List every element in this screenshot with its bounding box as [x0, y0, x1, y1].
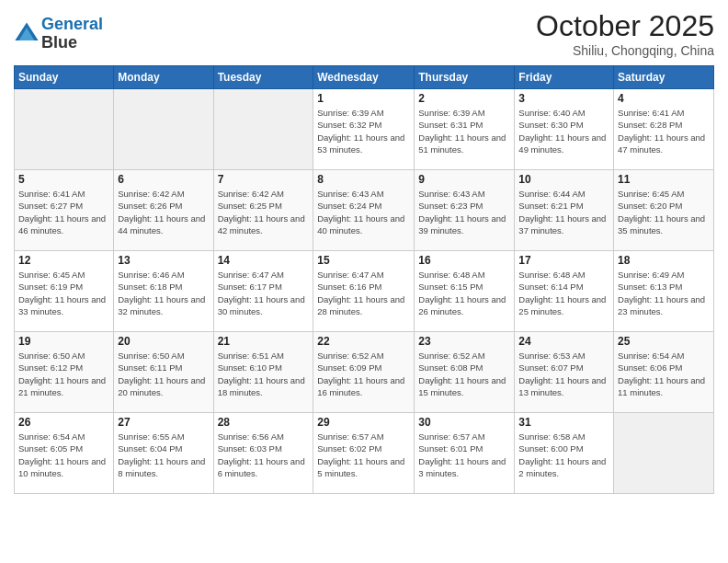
calendar: SundayMondayTuesdayWednesdayThursdayFrid…	[14, 65, 714, 494]
day-info: Sunrise: 6:53 AM Sunset: 6:07 PM Dayligh…	[518, 350, 609, 398]
day-info: Sunrise: 6:44 AM Sunset: 6:21 PM Dayligh…	[518, 188, 609, 236]
day-cell: 3Sunrise: 6:40 AM Sunset: 6:30 PM Daylig…	[515, 89, 614, 170]
day-cell: 11Sunrise: 6:45 AM Sunset: 6:20 PM Dayli…	[614, 170, 714, 251]
day-number: 29	[317, 416, 410, 429]
day-cell: 5Sunrise: 6:41 AM Sunset: 6:27 PM Daylig…	[15, 170, 114, 251]
day-number: 31	[518, 416, 609, 429]
weekday-header-row: SundayMondayTuesdayWednesdayThursdayFrid…	[15, 66, 714, 89]
day-cell: 31Sunrise: 6:58 AM Sunset: 6:00 PM Dayli…	[515, 413, 614, 494]
day-number: 17	[518, 254, 609, 267]
day-info: Sunrise: 6:50 AM Sunset: 6:12 PM Dayligh…	[18, 350, 109, 398]
day-number: 16	[418, 254, 510, 267]
day-number: 12	[18, 254, 109, 267]
day-cell: 24Sunrise: 6:53 AM Sunset: 6:07 PM Dayli…	[515, 332, 614, 413]
month-title: October 2025	[536, 9, 714, 43]
location: Shiliu, Chongqing, China	[536, 43, 714, 58]
day-number: 13	[118, 254, 209, 267]
day-cell: 1Sunrise: 6:39 AM Sunset: 6:32 PM Daylig…	[313, 89, 415, 170]
day-cell: 12Sunrise: 6:45 AM Sunset: 6:19 PM Dayli…	[15, 251, 114, 332]
week-row-3: 19Sunrise: 6:50 AM Sunset: 6:12 PM Dayli…	[15, 332, 714, 413]
day-info: Sunrise: 6:52 AM Sunset: 6:08 PM Dayligh…	[418, 350, 510, 398]
weekday-header-monday: Monday	[114, 66, 213, 89]
day-info: Sunrise: 6:45 AM Sunset: 6:19 PM Dayligh…	[18, 269, 109, 317]
day-info: Sunrise: 6:39 AM Sunset: 6:32 PM Dayligh…	[317, 107, 410, 155]
week-row-2: 12Sunrise: 6:45 AM Sunset: 6:19 PM Dayli…	[15, 251, 714, 332]
weekday-header-saturday: Saturday	[614, 66, 714, 89]
day-number: 21	[218, 335, 310, 348]
day-cell: 8Sunrise: 6:43 AM Sunset: 6:24 PM Daylig…	[313, 170, 415, 251]
day-cell: 22Sunrise: 6:52 AM Sunset: 6:09 PM Dayli…	[313, 332, 415, 413]
day-info: Sunrise: 6:50 AM Sunset: 6:11 PM Dayligh…	[118, 350, 209, 398]
day-number: 14	[218, 254, 310, 267]
day-number: 23	[418, 335, 510, 348]
day-number: 25	[618, 335, 710, 348]
logo-line2: Blue	[41, 34, 103, 52]
day-info: Sunrise: 6:54 AM Sunset: 6:05 PM Dayligh…	[18, 431, 109, 479]
day-info: Sunrise: 6:41 AM Sunset: 6:27 PM Dayligh…	[18, 188, 109, 236]
day-cell: 21Sunrise: 6:51 AM Sunset: 6:10 PM Dayli…	[213, 332, 313, 413]
day-number: 28	[218, 416, 310, 429]
day-cell: 4Sunrise: 6:41 AM Sunset: 6:28 PM Daylig…	[614, 89, 714, 170]
day-cell: 27Sunrise: 6:55 AM Sunset: 6:04 PM Dayli…	[114, 413, 213, 494]
day-info: Sunrise: 6:51 AM Sunset: 6:10 PM Dayligh…	[218, 350, 310, 398]
day-cell	[15, 89, 114, 170]
logo-icon	[14, 21, 40, 47]
day-info: Sunrise: 6:41 AM Sunset: 6:28 PM Dayligh…	[618, 107, 710, 155]
day-number: 10	[518, 173, 609, 186]
logo: General Blue	[14, 16, 103, 52]
day-number: 3	[518, 92, 609, 105]
day-cell: 23Sunrise: 6:52 AM Sunset: 6:08 PM Dayli…	[415, 332, 515, 413]
logo-text: General Blue	[41, 16, 103, 52]
day-cell: 15Sunrise: 6:47 AM Sunset: 6:16 PM Dayli…	[313, 251, 415, 332]
day-cell: 28Sunrise: 6:56 AM Sunset: 6:03 PM Dayli…	[213, 413, 313, 494]
day-info: Sunrise: 6:45 AM Sunset: 6:20 PM Dayligh…	[618, 188, 710, 236]
day-cell: 2Sunrise: 6:39 AM Sunset: 6:31 PM Daylig…	[415, 89, 515, 170]
weekday-header-sunday: Sunday	[15, 66, 114, 89]
day-info: Sunrise: 6:47 AM Sunset: 6:17 PM Dayligh…	[218, 269, 310, 317]
day-cell: 19Sunrise: 6:50 AM Sunset: 6:12 PM Dayli…	[15, 332, 114, 413]
day-number: 8	[317, 173, 410, 186]
day-info: Sunrise: 6:43 AM Sunset: 6:23 PM Dayligh…	[418, 188, 510, 236]
day-number: 1	[317, 92, 410, 105]
day-info: Sunrise: 6:39 AM Sunset: 6:31 PM Dayligh…	[418, 107, 510, 155]
day-info: Sunrise: 6:46 AM Sunset: 6:18 PM Dayligh…	[118, 269, 209, 317]
day-number: 24	[518, 335, 609, 348]
day-number: 27	[118, 416, 209, 429]
day-info: Sunrise: 6:57 AM Sunset: 6:02 PM Dayligh…	[317, 431, 410, 479]
day-cell: 14Sunrise: 6:47 AM Sunset: 6:17 PM Dayli…	[213, 251, 313, 332]
day-info: Sunrise: 6:57 AM Sunset: 6:01 PM Dayligh…	[418, 431, 510, 479]
day-number: 9	[418, 173, 510, 186]
title-block: October 2025 Shiliu, Chongqing, China	[536, 9, 714, 58]
day-number: 4	[618, 92, 710, 105]
day-cell	[114, 89, 213, 170]
day-cell: 7Sunrise: 6:42 AM Sunset: 6:25 PM Daylig…	[213, 170, 313, 251]
day-number: 30	[418, 416, 510, 429]
day-cell	[614, 413, 714, 494]
day-info: Sunrise: 6:43 AM Sunset: 6:24 PM Dayligh…	[317, 188, 410, 236]
week-row-0: 1Sunrise: 6:39 AM Sunset: 6:32 PM Daylig…	[15, 89, 714, 170]
day-number: 20	[118, 335, 209, 348]
week-row-1: 5Sunrise: 6:41 AM Sunset: 6:27 PM Daylig…	[15, 170, 714, 251]
header: General Blue October 2025 Shiliu, Chongq…	[14, 9, 714, 58]
weekday-header-wednesday: Wednesday	[313, 66, 415, 89]
page: General Blue October 2025 Shiliu, Chongq…	[0, 0, 728, 563]
day-number: 7	[218, 173, 310, 186]
day-info: Sunrise: 6:58 AM Sunset: 6:00 PM Dayligh…	[518, 431, 609, 479]
day-cell: 18Sunrise: 6:49 AM Sunset: 6:13 PM Dayli…	[614, 251, 714, 332]
week-row-4: 26Sunrise: 6:54 AM Sunset: 6:05 PM Dayli…	[15, 413, 714, 494]
weekday-header-friday: Friday	[515, 66, 614, 89]
day-cell: 9Sunrise: 6:43 AM Sunset: 6:23 PM Daylig…	[415, 170, 515, 251]
day-number: 2	[418, 92, 510, 105]
day-number: 5	[18, 173, 109, 186]
day-info: Sunrise: 6:48 AM Sunset: 6:14 PM Dayligh…	[518, 269, 609, 317]
day-info: Sunrise: 6:55 AM Sunset: 6:04 PM Dayligh…	[118, 431, 209, 479]
logo-line1: General	[41, 15, 103, 33]
day-cell: 13Sunrise: 6:46 AM Sunset: 6:18 PM Dayli…	[114, 251, 213, 332]
day-info: Sunrise: 6:40 AM Sunset: 6:30 PM Dayligh…	[518, 107, 609, 155]
day-number: 22	[317, 335, 410, 348]
day-number: 15	[317, 254, 410, 267]
day-cell: 30Sunrise: 6:57 AM Sunset: 6:01 PM Dayli…	[415, 413, 515, 494]
day-cell: 17Sunrise: 6:48 AM Sunset: 6:14 PM Dayli…	[515, 251, 614, 332]
day-info: Sunrise: 6:49 AM Sunset: 6:13 PM Dayligh…	[618, 269, 710, 317]
day-cell: 6Sunrise: 6:42 AM Sunset: 6:26 PM Daylig…	[114, 170, 213, 251]
